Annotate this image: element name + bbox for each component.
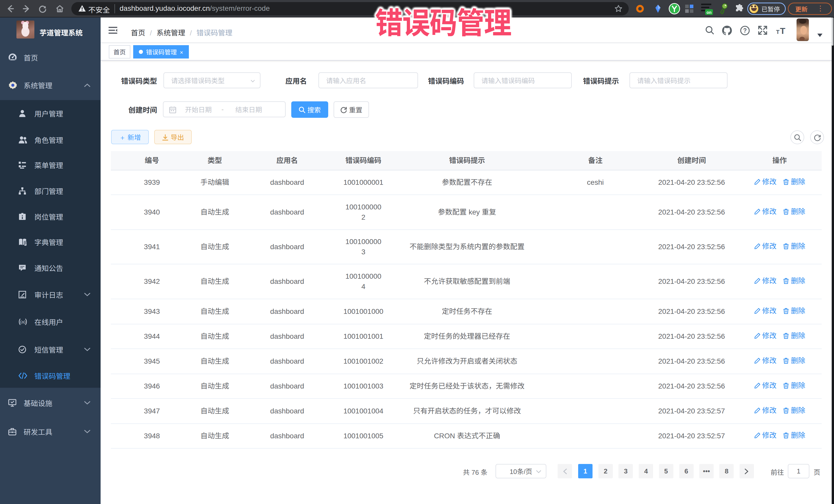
svg-text:(a): (a) — [20, 320, 26, 324]
svg-text:on: on — [706, 10, 711, 15]
svg-text:?: ? — [743, 27, 747, 34]
svg-text:T: T — [780, 26, 786, 35]
svg-text:T: T — [776, 29, 780, 35]
